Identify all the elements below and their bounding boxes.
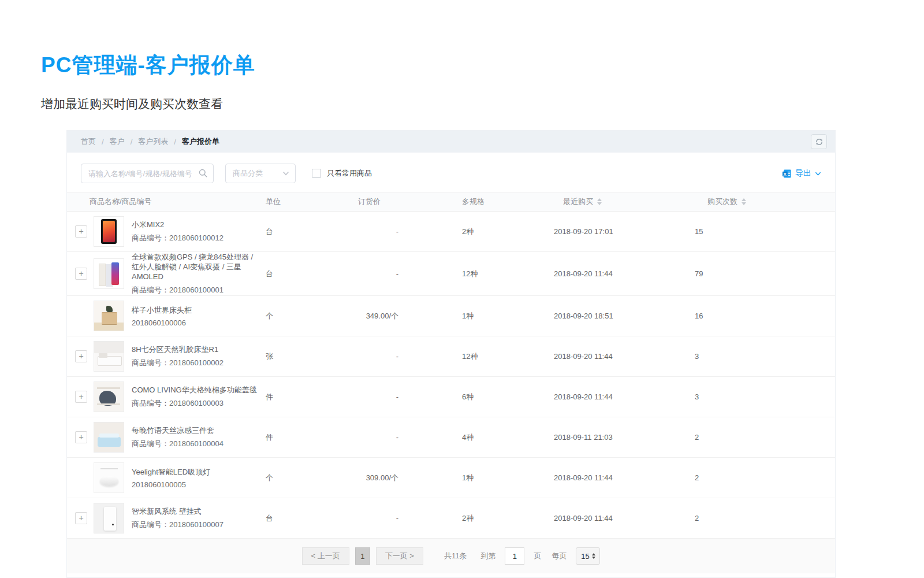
per-page-select[interactable]: 15 <box>576 547 600 565</box>
product-code: 2018060100006 <box>132 318 262 327</box>
product-image <box>94 422 124 453</box>
export-button[interactable]: X 导出 <box>782 168 821 179</box>
expand-row-button[interactable]: + <box>75 431 87 443</box>
column-header-purchase-count[interactable]: 购买次数 <box>690 197 835 207</box>
filter-toolbar: 商品分类 只看常用商品 X 导出 <box>67 153 835 192</box>
product-code: 2018060100005 <box>132 480 262 489</box>
export-label: 导出 <box>795 168 811 179</box>
common-goods-filter[interactable]: 只看常用商品 <box>312 168 372 179</box>
product-image <box>94 258 124 289</box>
product-code: 商品编号：2018060100004 <box>132 439 262 449</box>
per-page-label: 每页 <box>552 551 567 561</box>
table-row: + 每晚竹语天丝凉感三件套 商品编号：2018060100004 件 - 4种 … <box>67 417 835 458</box>
product-image <box>94 503 124 533</box>
product-name: 8H七分区天然乳胶床垫R1 <box>132 344 262 354</box>
refresh-button[interactable] <box>811 134 827 149</box>
product-image <box>94 381 124 412</box>
specs-cell: 1种 <box>398 311 552 321</box>
purchase-count-cell: 15 <box>690 227 835 236</box>
last-purchase-cell: 2018-09-20 11:44 <box>552 514 690 523</box>
category-select[interactable]: 商品分类 <box>225 164 296 183</box>
last-purchase-cell: 2018-09-20 17:01 <box>552 227 690 236</box>
table-row: + 智米新风系统 壁挂式 商品编号：2018060100007 台 - 2种 2… <box>67 498 835 539</box>
search-icon[interactable] <box>198 168 208 178</box>
specs-cell: 1种 <box>398 473 552 483</box>
sort-icon <box>597 198 602 205</box>
last-purchase-cell: 2018-09-20 11:44 <box>552 352 690 361</box>
next-page-button[interactable]: 下一页 > <box>376 547 423 565</box>
page-title: PC管理端-客户报价单 <box>41 51 255 80</box>
unit-cell: 台 <box>266 269 358 279</box>
breadcrumb-separator: / <box>131 138 133 146</box>
table-row: + 小米MIX2 商品编号：2018060100012 台 - 2种 2018-… <box>67 212 835 252</box>
product-name: 智米新风系统 壁挂式 <box>132 506 262 516</box>
product-code: 商品编号：2018060100012 <box>132 233 262 243</box>
expand-row-button[interactable]: + <box>75 268 87 280</box>
column-header-last-purchase[interactable]: 最近购买 <box>552 197 690 207</box>
column-header-price: 订货价 <box>358 197 398 207</box>
last-purchase-cell: 2018-09-11 21:03 <box>552 433 690 442</box>
table-row: + 全球首款双频GPS / 骁龙845处理器 / 红外人脸解锁 / AI变焦双摄… <box>67 252 835 296</box>
spinner-icon[interactable] <box>592 553 595 559</box>
search-input[interactable] <box>81 164 214 183</box>
price-cell: 309.00/个 <box>358 473 398 483</box>
prev-page-button[interactable]: < 上一页 <box>302 547 349 565</box>
column-header-specs: 多规格 <box>398 197 552 207</box>
product-name: 样子小世界床头柜 <box>132 305 262 315</box>
svg-text:X: X <box>784 171 787 176</box>
product-image <box>94 462 124 493</box>
product-code: 商品编号：2018060100007 <box>132 520 262 530</box>
breadcrumb-customer-list[interactable]: 客户列表 <box>138 136 168 147</box>
expand-row-button[interactable]: + <box>75 225 87 238</box>
current-page[interactable]: 1 <box>355 547 370 565</box>
last-purchase-cell: 2018-09-20 11:44 <box>552 392 690 401</box>
goto-page-prefix: 到第 <box>480 551 495 561</box>
column-header-name: 商品名称/商品编号 <box>90 197 266 207</box>
expand-row-button[interactable]: + <box>75 350 87 362</box>
last-purchase-cell: 2018-09-20 18:51 <box>552 312 690 320</box>
goto-page-suffix: 页 <box>534 551 541 561</box>
product-code: 商品编号：2018060100003 <box>132 398 262 409</box>
breadcrumb-customer[interactable]: 客户 <box>110 136 125 147</box>
unit-cell: 个 <box>266 311 358 321</box>
product-name: 小米MIX2 <box>132 220 262 229</box>
pagination: < 上一页 1 下一页 > 共11条 到第 页 每页 15 <box>67 539 835 573</box>
table-body: + 小米MIX2 商品编号：2018060100012 台 - 2种 2018-… <box>67 212 835 539</box>
page-subtitle: 增加最近购买时间及购买次数查看 <box>41 96 223 112</box>
table-row: + COMO LIVING华夫格纯棉多功能盖毯 商品编号：20180601000… <box>67 377 835 417</box>
sort-icon <box>742 198 746 205</box>
purchase-count-cell: 79 <box>690 269 835 278</box>
table-row: + Yeelight智能LED吸顶灯 2018060100005 个 309.0… <box>67 458 835 498</box>
specs-cell: 2种 <box>398 227 552 237</box>
expand-row-button[interactable]: + <box>75 391 87 403</box>
category-select-placeholder: 商品分类 <box>233 168 263 179</box>
checkbox[interactable] <box>312 169 321 178</box>
purchase-count-cell: 3 <box>690 392 835 401</box>
unit-cell: 件 <box>266 392 358 402</box>
specs-cell: 2种 <box>398 513 552 524</box>
refresh-icon <box>815 138 824 146</box>
expand-row-button[interactable]: + <box>75 512 87 524</box>
product-image <box>94 301 124 331</box>
goto-page-input[interactable] <box>505 547 524 565</box>
price-cell: - <box>358 352 398 361</box>
breadcrumb-separator: / <box>174 138 176 146</box>
product-image <box>94 216 124 247</box>
specs-cell: 4种 <box>398 432 552 443</box>
price-cell: - <box>358 514 398 523</box>
unit-cell: 张 <box>266 351 358 362</box>
price-cell: 349.00/个 <box>358 311 398 321</box>
column-header-unit: 单位 <box>266 197 358 207</box>
product-code: 商品编号：2018060100001 <box>132 285 262 295</box>
price-cell: - <box>358 433 398 442</box>
breadcrumb-separator: / <box>102 138 104 146</box>
unit-cell: 台 <box>266 227 358 237</box>
breadcrumb-home[interactable]: 首页 <box>81 136 96 147</box>
customer-quote-panel: 首页 / 客户 / 客户列表 / 客户报价单 商品分类 <box>66 130 836 578</box>
product-code: 商品编号：2018060100002 <box>132 358 262 368</box>
unit-cell: 个 <box>266 473 358 483</box>
last-purchase-cell: 2018-09-20 11:44 <box>552 269 690 278</box>
purchase-count-cell: 2 <box>690 433 835 442</box>
specs-cell: 12种 <box>398 269 552 279</box>
product-name: 每晚竹语天丝凉感三件套 <box>132 425 262 435</box>
